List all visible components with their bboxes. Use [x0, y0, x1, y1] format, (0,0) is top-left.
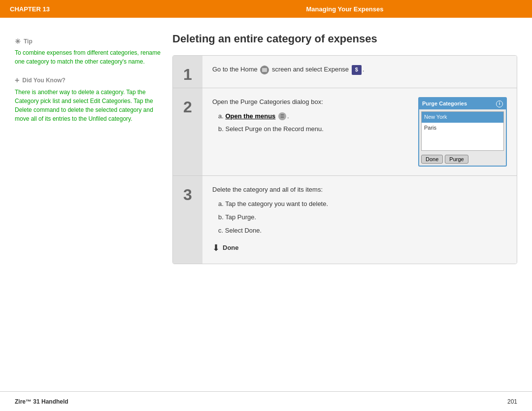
tip-star-icon: ✳	[15, 37, 21, 45]
header: CHAPTER 13 Managing Your Expenses	[0, 0, 532, 18]
done-button[interactable]: Done	[421, 155, 443, 164]
tip-text: To combine expenses from different categ…	[15, 48, 163, 66]
chapter-label: CHAPTER 13	[10, 5, 167, 13]
done-section: ⬇ Done	[212, 241, 507, 255]
step-2-content: Purge Categories i New York Paris Done P…	[202, 88, 517, 176]
did-you-know-header: + Did You Know?	[15, 76, 163, 85]
step-3-intro: Delete the category and all of its items…	[212, 185, 507, 195]
step-2-number: 2	[173, 88, 202, 176]
step-3: 3 Delete the category and all of its ite…	[173, 176, 517, 264]
step-2-sub-b-text: Select Purge on the Record menu.	[225, 125, 323, 133]
step-1-content: Go to the Home screen and select Expense…	[202, 56, 517, 88]
step-3-sub-b-text: Tap Purge.	[225, 213, 256, 221]
step-3-sub-c: c. Select Done.	[218, 226, 507, 236]
did-you-know-text: There is another way to delete a categor…	[15, 88, 163, 123]
step-3-sub-b: b. Tap Purge.	[218, 212, 507, 223]
footer-page: 201	[507, 398, 517, 405]
step-1: 1 Go to the Home screen and select Expen…	[173, 56, 517, 88]
tip-header: ✳ Tip	[15, 37, 163, 45]
step-3-sub-a-text: Tap the category you want to delete.	[225, 200, 328, 207]
section-title: Deleting an entire category of expenses	[172, 33, 517, 45]
purge-dialog: Purge Categories i New York Paris Done P…	[418, 97, 507, 167]
tip-label: Tip	[24, 38, 33, 45]
purge-dialog-list: New York Paris	[421, 111, 504, 151]
did-you-know-section: + Did You Know? There is another way to …	[15, 76, 163, 123]
page-content: ✳ Tip To combine expenses from different…	[0, 18, 532, 391]
chapter-title: Managing Your Expenses	[167, 5, 522, 13]
open-menus-link[interactable]: Open the menus	[225, 112, 275, 120]
footer-product: Zire™ 31 Handheld	[15, 398, 68, 405]
footer: Zire™ 31 Handheld 201	[0, 391, 532, 411]
step-2: 2 Purge Categories i New York Paris	[173, 88, 517, 176]
done-label: Done	[223, 243, 239, 253]
step-3-content: Delete the category and all of its items…	[202, 176, 517, 264]
list-item-new-york[interactable]: New York	[422, 112, 503, 123]
step-3-sub-a: a. Tap the category you want to delete.	[218, 199, 507, 209]
step-1-text: Go to the Home screen and select Expense…	[212, 65, 507, 75]
steps-container: 1 Go to the Home screen and select Expen…	[172, 55, 517, 264]
done-arrow-icon: ⬇	[212, 241, 220, 255]
purge-dialog-buttons: Done Purge	[419, 153, 506, 166]
step-3-number: 3	[173, 176, 202, 264]
menu-icon	[278, 112, 286, 120]
expense-icon	[352, 65, 362, 75]
plus-icon: +	[15, 76, 19, 85]
main-content: Deleting an entire category of expenses …	[172, 33, 517, 381]
purge-dialog-title: Purge Categories i	[419, 98, 506, 110]
sidebar: ✳ Tip To combine expenses from different…	[15, 33, 163, 381]
home-icon	[260, 66, 269, 74]
did-you-know-label: Did You Know?	[22, 77, 66, 84]
footer-product-name: Zire™ 31 Handheld	[15, 398, 68, 405]
step-3-sub-c-text: Select Done.	[225, 227, 262, 234]
purge-dialog-title-text: Purge Categories	[422, 100, 467, 108]
purge-button[interactable]: Purge	[445, 155, 468, 164]
step-1-number: 1	[173, 56, 202, 88]
info-icon: i	[496, 101, 503, 107]
list-item-paris[interactable]: Paris	[422, 123, 503, 134]
tip-section: ✳ Tip To combine expenses from different…	[15, 37, 163, 66]
